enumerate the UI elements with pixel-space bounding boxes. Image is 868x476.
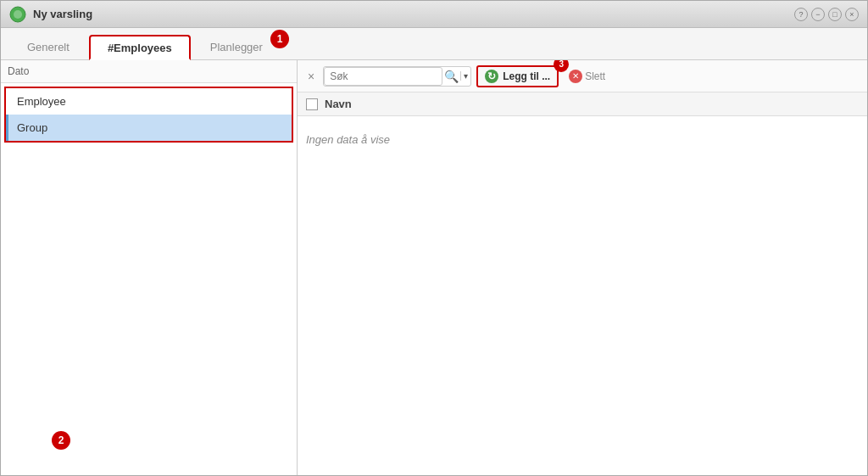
right-panel: × 🔍 ▾ ↻ Legg til ... 3 ✕ Sl — [298, 60, 867, 475]
left-panel-header: Dato — [1, 60, 297, 83]
tab-employees[interactable]: #Employees — [89, 35, 191, 60]
delete-button[interactable]: ✕ Slett — [564, 67, 610, 86]
left-panel-box: Employee Group — [4, 87, 293, 143]
add-icon: ↻ — [485, 70, 498, 83]
maximize-button[interactable]: □ — [828, 8, 842, 21]
title-bar: Ny varsling ? − □ × — [1, 1, 867, 28]
toolbar: × 🔍 ▾ ↻ Legg til ... 3 ✕ Sl — [298, 60, 867, 92]
tab-bar-wrapper: Generelt #Employees Planlegger 1 — [1, 28, 867, 60]
annotation-badge-2: 2 — [52, 431, 70, 450]
left-panel: Dato Employee Group 2 — [1, 60, 298, 475]
minimize-button[interactable]: − — [811, 8, 825, 21]
help-button[interactable]: ? — [794, 8, 808, 21]
clear-search-button[interactable]: × — [304, 68, 318, 85]
select-all-checkbox[interactable] — [306, 98, 318, 110]
search-dropdown-button[interactable]: ▾ — [460, 71, 470, 81]
app-icon — [9, 6, 26, 23]
window-title: Ny varsling — [33, 8, 92, 20]
table-area: Navn Ingen data å vise — [298, 92, 867, 475]
delete-icon: ✕ — [569, 70, 582, 83]
close-button[interactable]: × — [845, 8, 859, 21]
main-content: Dato Employee Group 2 × — [1, 60, 867, 475]
no-data-message: Ingen data å vise — [298, 116, 867, 163]
tab-bar: Generelt #Employees Planlegger — [1, 28, 867, 60]
add-btn-wrapper: ↻ Legg til ... 3 — [476, 65, 559, 87]
search-input[interactable] — [324, 67, 442, 86]
table-header-row: Navn — [298, 92, 867, 116]
list-item-employee[interactable]: Employee — [6, 88, 292, 115]
svg-point-1 — [14, 10, 22, 19]
column-name-header: Navn — [325, 98, 352, 110]
add-button[interactable]: ↻ Legg til ... — [476, 65, 559, 87]
tab-planlegger[interactable]: Planlegger — [192, 34, 281, 59]
search-group: 🔍 ▾ — [323, 66, 471, 87]
list-item-group[interactable]: Group — [6, 115, 292, 141]
tab-generelt[interactable]: Generelt — [9, 34, 87, 59]
title-bar-left: Ny varsling — [9, 6, 92, 23]
main-window: Ny varsling ? − □ × Generelt #Employees … — [0, 0, 868, 476]
title-bar-controls: ? − □ × — [794, 8, 859, 21]
search-button[interactable]: 🔍 — [442, 70, 460, 83]
